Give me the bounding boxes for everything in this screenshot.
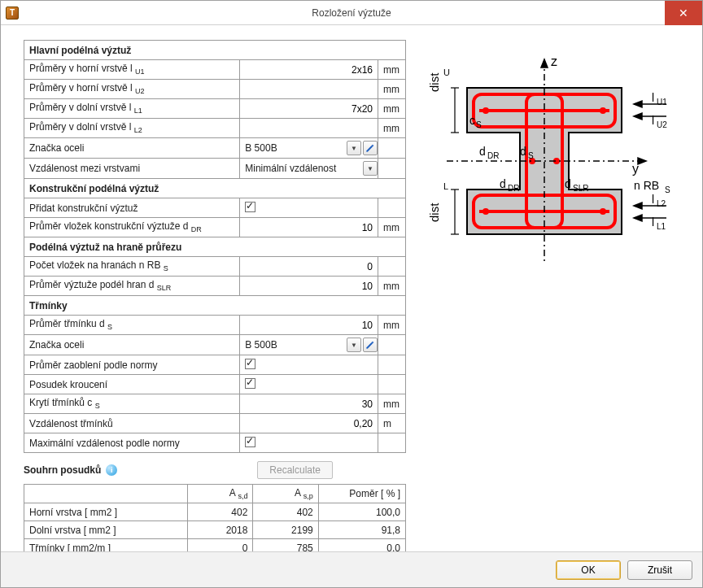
row-diam-u1: Průměry v horní vrstvě l U1 mm [24,60,406,80]
svg-text:S: S [528,151,534,160]
summary-row-1: Dolní vrstva [ mm2 ] 2018 2199 91,8 [24,521,406,539]
input-diam-u1[interactable] [240,60,378,79]
row-ds: Průměr třmínku d S mm [24,316,406,335]
input-cover[interactable] [240,394,378,413]
label-ds: d [520,145,526,158]
pencil-icon [365,341,374,350]
combo-layer-dist-arrow[interactable]: ▼ [363,161,378,176]
row-diam-u2: Průměry v horní vrstvě l U2 mm [24,80,406,99]
unit-mm: mm [378,60,405,80]
edit-steel-1-button[interactable] [363,141,378,155]
checkbox-torsion[interactable] [245,378,255,389]
svg-point-6 [600,107,606,114]
right-column: z y dist U dist L c S d DR [422,40,686,543]
label-nrbs: n RB [634,179,659,192]
combo-steel-2-arrow[interactable]: ▼ [347,338,361,352]
summary-title: Souhrn posudků [24,464,101,476]
close-icon: ✕ [679,7,688,20]
svg-point-5 [482,107,489,114]
row-bend: Průměr zaoblení podle normy [24,355,406,375]
label-ll1: l [652,216,654,229]
combo-steel-2[interactable]: B 500B [240,335,343,355]
row-diam-l1: Průměry v dolní vrstvě l L1 mm [24,99,406,119]
summary-header-row: Souhrn posudků i Recalculate [24,461,406,479]
dialog-window: T Rozložení výztuže ✕ Hlavní podélná výz… [0,0,703,588]
input-diam-l2[interactable] [240,119,378,137]
svg-point-8 [600,208,606,215]
label-distu: dist [427,72,441,92]
svg-text:L2: L2 [657,199,666,208]
svg-text:DR: DR [508,184,519,193]
dialog-footer: OK Zrušit [1,551,702,587]
pencil-icon [365,144,374,153]
cross-section-diagram: z y dist U dist L c S d DR [422,43,675,279]
row-ddr: Průměr vložek konstrukční výztuže d DR m… [24,218,406,237]
input-diam-l1[interactable] [240,99,378,118]
parameters-grid: Hlavní podélná výztuž Průměry v horní vr… [24,40,406,453]
close-button[interactable]: ✕ [665,1,702,25]
label-lu2: l [652,114,654,127]
svg-text:DR: DR [487,151,499,160]
checkbox-bend[interactable] [245,359,255,369]
row-nrbs: Počet vložek na hranách n RB S [24,257,406,277]
dialog-content: Hlavní podélná výztuž Průměry v horní vr… [1,25,702,551]
input-ds[interactable] [240,316,378,334]
axis-y-label: y [632,162,639,176]
label-ddr2: d [500,177,506,190]
section-header-constr-long: Konstrukční podélná výztuž [24,179,406,198]
axis-z-label: z [551,54,557,68]
section-header-stirrups: Třmínky [24,296,406,316]
svg-text:L1: L1 [657,222,666,231]
label-distu-sub: U [443,68,450,77]
ok-button[interactable]: OK [556,560,621,580]
checkbox-add-constr[interactable] [245,202,255,212]
row-dslr: Průměr výztuže podél hran d SLR mm [24,277,406,296]
row-spacing: Vzdálenost třmínků m [24,414,406,433]
combo-steel-1[interactable]: B 500B [240,138,343,158]
svg-text:U1: U1 [657,98,667,107]
input-dslr[interactable] [240,277,378,295]
label-ddr1: d [479,145,486,158]
section-header-main-long: Hlavní podélná výztuž [24,41,406,60]
label-dslr: d [565,177,571,190]
titlebar: T Rozložení výztuže ✕ [1,1,702,25]
row-maxdist: Maximální vzdálenost podle normy [24,433,406,453]
label-distl: dist [427,203,441,222]
input-spacing[interactable] [240,414,378,433]
input-nrbs[interactable] [240,257,378,276]
row-steel-1: Značka oceli B 500B ▼ [24,138,406,159]
input-ddr[interactable] [240,218,378,237]
left-column: Hlavní podélná výztuž Průměry v horní vr… [24,40,406,543]
app-icon: T [6,7,19,20]
svg-text:S: S [665,185,670,194]
svg-text:U2: U2 [657,120,667,129]
svg-point-7 [482,208,489,215]
window-title: Rozložení výztuže [1,7,702,19]
combo-steel-1-arrow[interactable]: ▼ [347,141,361,155]
row-cover: Krytí třmínků c S mm [24,394,406,414]
section-header-edge-long: Podélná výztuž na hraně průřezu [24,237,406,257]
row-add-constr: Přidat konstrukční výztuž [24,198,406,218]
label-lu1: l [652,91,654,104]
label-cs-sub: S [476,120,482,129]
label-cs: c [469,114,475,127]
row-diam-l2: Průměry v dolní vrstvě l L2 mm [24,119,406,138]
svg-text:SLR: SLR [573,184,588,193]
combo-layer-dist[interactable]: Minimální vzdálenost [240,159,360,178]
label-distl-sub: L [443,181,448,191]
summary-row-0: Horní vrstva [ mm2 ] 402 402 100,0 [24,503,406,521]
row-layer-dist: Vzdálenost mezi vrstvami Minimální vzdál… [24,159,406,179]
input-diam-u2[interactable] [240,80,378,98]
row-steel-2: Značka oceli B 500B ▼ [24,335,406,355]
recalculate-button[interactable]: Recalculate [257,461,333,479]
summary-table: A s,d A s,p Poměr [ % ] Horní vrstva [ m… [24,484,406,551]
summary-row-2: Třmínky [ mm2/m ] 0 785 0,0 [24,539,406,551]
row-torsion: Posudek kroucení [24,375,406,394]
info-icon[interactable]: i [106,464,117,476]
label-ll2: l [652,193,654,206]
cancel-button[interactable]: Zrušit [627,560,692,580]
checkbox-maxdist[interactable] [245,437,255,447]
edit-steel-2-button[interactable] [363,338,378,352]
